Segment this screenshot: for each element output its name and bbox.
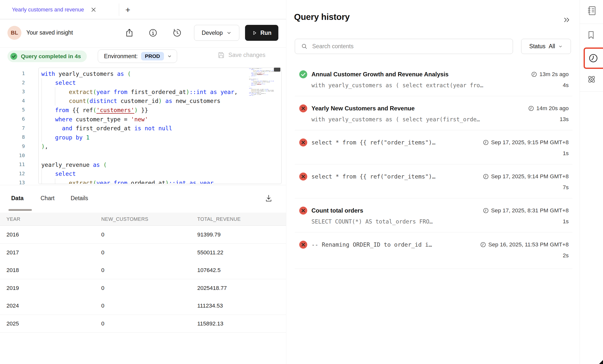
- environment-label: Environment:: [104, 53, 138, 60]
- column-header[interactable]: NEW_CUSTOMERS: [101, 213, 148, 226]
- line-number: 1: [5, 69, 25, 78]
- history-item-title-row[interactable]: -- Renaming ORDER_ID to order_id i…Sep 1…: [311, 240, 569, 249]
- table-cell: 0: [101, 279, 104, 297]
- line-number: 5: [5, 105, 25, 114]
- history-item-time: 14m 20s ago: [528, 105, 569, 112]
- tab-bar: Yearly customers and revenue +: [0, 0, 286, 19]
- share-button[interactable]: [124, 27, 135, 38]
- environment-value-badge: PROD: [141, 52, 164, 60]
- results-top-border: [0, 185, 286, 185]
- results-tab-data[interactable]: Data: [11, 193, 24, 203]
- table-cell: 2018: [6, 261, 19, 279]
- line-number: 8: [5, 133, 25, 142]
- table-row[interactable]: 20250115892.13: [0, 315, 286, 333]
- table-row[interactable]: 20240111234.53: [0, 297, 286, 315]
- column-header[interactable]: YEAR: [6, 213, 20, 226]
- code-line[interactable]: extract(year from first_ordered_at)::int…: [41, 87, 238, 96]
- table-cell: 2025: [6, 315, 19, 333]
- code-line[interactable]: group by 1: [41, 133, 90, 142]
- history-search[interactable]: [295, 39, 513, 54]
- history-clock-icon: [588, 53, 599, 64]
- clock-icon: [480, 242, 486, 248]
- status-filter-dropdown[interactable]: Status All: [521, 39, 571, 54]
- history-item-sql-preview: SELECT COUNT(*) AS total_orders FRO…: [311, 218, 433, 225]
- table-row[interactable]: 2016091399.79: [0, 226, 286, 244]
- history-item-sql-preview: with yearly_customers as ( select extrac…: [311, 82, 483, 89]
- table-row[interactable]: 201902025418.77: [0, 279, 286, 297]
- history-divider: [295, 164, 572, 164]
- line-number: 12: [5, 169, 25, 178]
- history-item-title-row[interactable]: select * from {{ ref("order_items")…Sep …: [311, 138, 569, 147]
- app-root: Yearly customers and revenue + BL Your s…: [0, 0, 603, 364]
- table-row[interactable]: 20180107642.5: [0, 261, 286, 279]
- status-error-icon: [299, 206, 308, 215]
- table-cell: 91399.79: [197, 226, 221, 244]
- clock-icon: [483, 139, 489, 145]
- run-button[interactable]: Run: [245, 25, 278, 41]
- notebook-list-icon[interactable]: [586, 5, 597, 16]
- table-cell: 115892.13: [197, 315, 223, 333]
- history-divider: [295, 232, 572, 232]
- code-line[interactable]: select: [41, 169, 76, 179]
- code-line[interactable]: from {{ ref('customers') }}: [41, 105, 148, 115]
- tab-close-icon[interactable]: [91, 7, 97, 13]
- time-text: Sep 17, 2025, 8:31 PM GMT+8: [491, 207, 569, 214]
- history-item-title-row[interactable]: Annual Customer Growth and Revenue Analy…: [311, 70, 569, 79]
- history-item-title-row[interactable]: Yearly New Customers and Revenue14m 20s …: [311, 104, 569, 113]
- history-clock-icon[interactable]: [588, 53, 599, 64]
- history-item-duration: 1s: [563, 150, 569, 157]
- tab-bar-divider: [119, 3, 119, 16]
- table-cell: 2019: [6, 279, 19, 297]
- search-input[interactable]: [312, 43, 507, 50]
- error-icon: [299, 104, 308, 113]
- editor-scrollbar-thumb[interactable]: [274, 68, 280, 72]
- code-line[interactable]: extract(year from ordered_at)::int as ye…: [41, 178, 217, 184]
- collapse-panel-button[interactable]: [561, 14, 572, 25]
- info-button[interactable]: [148, 27, 158, 38]
- time-text: Sep 17, 2025, 9:14 PM GMT+8: [491, 173, 569, 180]
- history-item-title-row[interactable]: Count total ordersSep 17, 2025, 8:31 PM …: [311, 206, 569, 215]
- save-changes-button[interactable]: Save changes: [217, 51, 265, 59]
- history-item-time: Sep 16, 2025, 11:53 PM GMT+8: [480, 241, 569, 248]
- code-line[interactable]: where customer_type = 'new': [41, 115, 148, 124]
- time-text: 13m 2s ago: [539, 71, 569, 78]
- table-row[interactable]: 20170550011.22: [0, 244, 286, 262]
- history-item-title-row[interactable]: select * from {{ ref("order_items")…Sep …: [311, 172, 569, 181]
- history-item-detail-row: with yearly_customers as ( select extrac…: [311, 81, 569, 90]
- table-cell: 2024: [6, 297, 19, 315]
- code-line[interactable]: select: [41, 78, 76, 88]
- time-text: 14m 20s ago: [536, 105, 569, 112]
- code-line[interactable]: count(distinct customer_id) as new_custo…: [41, 96, 220, 106]
- status-filter-value: All: [549, 43, 555, 50]
- line-number: 3: [5, 87, 25, 96]
- history-item-sql-preview: with yearly_customers as ( select year(f…: [311, 116, 480, 123]
- history-divider: [295, 269, 572, 269]
- results-tab-chart[interactable]: Chart: [41, 193, 54, 203]
- develop-button[interactable]: Develop: [194, 25, 239, 41]
- results-tab-details[interactable]: Details: [71, 193, 88, 203]
- download-results-button[interactable]: [263, 193, 274, 204]
- bookmark-icon[interactable]: [586, 29, 597, 41]
- editor-minimap[interactable]: with yearly_customers as ( select extrac…: [249, 68, 274, 96]
- version-history-button[interactable]: [172, 27, 183, 38]
- notebook-list-icon: [586, 5, 597, 16]
- history-item-duration: 2s: [563, 252, 569, 259]
- code-line[interactable]: with yearly_customers as (: [41, 69, 131, 78]
- code-line[interactable]: ),: [41, 142, 48, 151]
- history-item-detail-row: 2s: [311, 251, 569, 260]
- minimap-line: order by 1: [249, 95, 274, 96]
- column-header[interactable]: TOTAL_REVENUE: [197, 213, 241, 226]
- history-item-time: Sep 17, 2025, 9:14 PM GMT+8: [483, 173, 569, 180]
- semantic-layer-icon[interactable]: [586, 74, 597, 85]
- new-tab-button[interactable]: +: [122, 4, 133, 15]
- line-number: 4: [5, 96, 25, 105]
- editor-gutter: 12345678910111213: [5, 0, 25, 189]
- history-item-detail-row: SELECT COUNT(*) AS total_orders FRO…1s: [311, 217, 569, 226]
- code-line[interactable]: yearly_revenue as (: [41, 160, 107, 169]
- sql-editor[interactable]: with yearly_customers as ( select extrac…: [38, 68, 282, 184]
- status-error-icon: [299, 240, 308, 249]
- error-icon: [299, 138, 308, 147]
- environment-selector[interactable]: Environment: PROD: [98, 49, 177, 63]
- play-icon: [252, 30, 257, 36]
- code-line[interactable]: and first_ordered_at is not null: [41, 124, 172, 133]
